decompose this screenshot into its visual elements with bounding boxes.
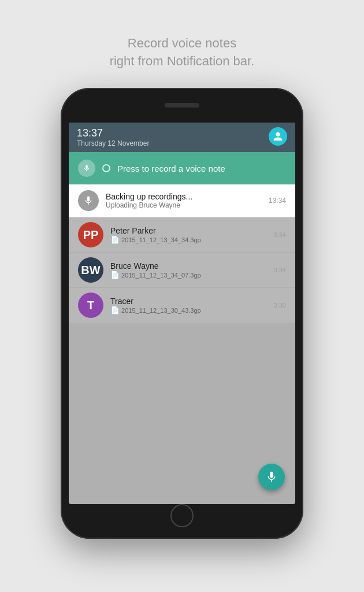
contact-name: Tracer — [110, 297, 267, 306]
backup-title: Backing up recordings... — [106, 192, 262, 201]
profile-icon[interactable] — [269, 127, 287, 146]
contact-name: Bruce Wayne — [110, 261, 267, 271]
contact-item[interactable]: T Tracer 📄 2015_11_12_13_30_43.3gp 3:30 — [69, 288, 295, 323]
backup-notification: Backing up recordings... Uploading Bruce… — [69, 184, 295, 217]
contact-file: 📄 2015_11_12_13_34_34.3gp — [110, 235, 267, 244]
fab-record-button[interactable] — [258, 464, 285, 490]
backup-content: Backing up recordings... Uploading Bruce… — [106, 192, 262, 209]
status-date: Thursday 12 November — [77, 139, 149, 147]
contact-file: 📄 2015_11_12_13_34_07.3gp — [110, 271, 267, 279]
backup-subtitle: Uploading Bruce Wayne — [106, 201, 262, 209]
contact-name: Peter Parker — [110, 226, 267, 235]
contact-item[interactable]: BW Bruce Wayne 📄 2015_11_12_13_34_07.3gp… — [69, 253, 295, 288]
phone-mockup: 13:37 Thursday 12 November Press to reco… — [61, 88, 303, 539]
backup-mic-icon — [78, 190, 99, 211]
avatar: PP — [78, 222, 103, 247]
mic-icon — [78, 160, 95, 177]
backup-time: 13:34 — [269, 197, 286, 205]
phone-speaker — [165, 103, 199, 108]
avatar: T — [78, 293, 103, 318]
contact-time: 3:30 — [274, 302, 286, 309]
status-bar: 13:37 Thursday 12 November — [69, 123, 295, 153]
avatar: BW — [78, 257, 103, 283]
status-time: 13:37 — [77, 127, 149, 140]
contact-info: Bruce Wayne 📄 2015_11_12_13_34_07.3gp — [110, 261, 267, 279]
contact-file: 📄 2015_11_12_13_30_43.3gp — [110, 306, 267, 314]
contact-time: 3:34 — [274, 267, 286, 273]
contact-info: Tracer 📄 2015_11_12_13_30_43.3gp — [110, 297, 267, 314]
record-text: Press to record a voice note — [117, 164, 225, 173]
phone-home-button[interactable] — [170, 504, 194, 527]
contact-info: Peter Parker 📄 2015_11_12_13_34_34.3gp — [110, 226, 267, 244]
tagline: Record voice notes right from Notificati… — [110, 35, 255, 71]
record-circle — [102, 164, 110, 172]
record-notification[interactable]: Press to record a voice note — [69, 152, 295, 184]
contact-item[interactable]: PP Peter Parker 📄 2015_11_12_13_34_34.3g… — [69, 217, 295, 253]
phone-screen: 13:37 Thursday 12 November Press to reco… — [69, 123, 295, 504]
contact-time: 3:34 — [274, 231, 286, 238]
contact-list: PP Peter Parker 📄 2015_11_12_13_34_34.3g… — [69, 217, 295, 323]
